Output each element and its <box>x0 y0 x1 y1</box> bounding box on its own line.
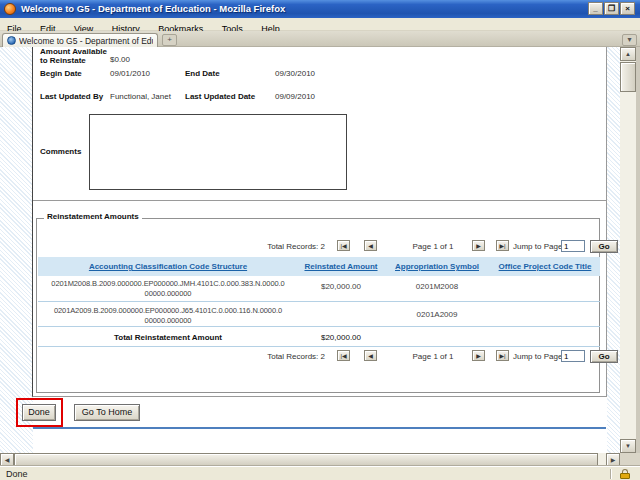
horizontal-scrollbar-thumb[interactable] <box>14 453 598 466</box>
firefox-icon <box>4 3 16 15</box>
go-button-top[interactable]: Go <box>590 240 618 253</box>
next-page-icon[interactable]: ▶ <box>472 240 485 251</box>
header-accs[interactable]: Accounting Classification Code Structure <box>38 257 298 276</box>
table-row-2-symbol: 0201A2009 <box>384 310 490 319</box>
page-margin-left <box>0 47 33 453</box>
header-office-project-code[interactable]: Office Project Code Title <box>490 257 600 276</box>
tab-title: Welcome to G5 - Department of Edu... <box>19 36 153 46</box>
total-records-top: Total Records: 2 <box>240 242 325 251</box>
header-appropriation-symbol[interactable]: Appropriation Symbol <box>384 257 490 276</box>
total-records-bottom: Total Records: 2 <box>240 352 325 361</box>
scroll-right-icon[interactable]: ▶ <box>606 453 620 466</box>
scroll-left-icon[interactable]: ◀ <box>0 453 14 466</box>
window-border-right <box>636 47 640 466</box>
row-separator <box>38 301 600 302</box>
status-bar: Done <box>0 466 640 480</box>
jump-to-page-label-bottom: Jump to Page <box>513 352 562 361</box>
vertical-scrollbar[interactable]: ▲ ▼ <box>620 47 636 453</box>
tab-welcome-g5[interactable]: Welcome to G5 - Department of Edu... <box>2 33 158 47</box>
go-button-bottom[interactable]: Go <box>590 350 618 363</box>
last-page-icon[interactable]: ▶| <box>496 240 509 251</box>
amount-available-label: Amount Available to Reinstate <box>40 47 112 65</box>
tab-favicon-icon <box>7 36 16 45</box>
page-indicator-top: Page 1 of 1 <box>405 242 461 251</box>
horizontal-scrollbar[interactable]: ◀ ▶ <box>0 453 620 466</box>
jump-to-page-input-bottom[interactable] <box>561 350 585 362</box>
list-all-tabs-icon[interactable]: ▾ <box>622 34 637 46</box>
new-tab-button[interactable]: + <box>162 34 177 46</box>
header-reinstated-amount[interactable]: Reinstated Amount <box>298 257 384 276</box>
menu-bar: File Edit View History Bookmarks Tools H… <box>0 18 640 31</box>
scroll-up-icon[interactable]: ▲ <box>620 47 636 61</box>
window-title: Welcome to G5 - Department of Education … <box>21 3 285 14</box>
prev-page-icon[interactable]: ◀ <box>364 350 377 361</box>
status-text: Done <box>6 469 28 479</box>
total-reinstatement-label: Total Reinstatement Amount <box>38 333 298 342</box>
status-separator <box>610 469 611 479</box>
jump-to-page-label-top: Jump to Page <box>513 242 562 251</box>
browser-window: Welcome to G5 - Department of Education … <box>0 0 640 480</box>
reinstatement-table: Accounting Classification Code Structure… <box>38 257 600 357</box>
last-page-icon[interactable]: ▶| <box>496 350 509 361</box>
title-bar: Welcome to G5 - Department of Education … <box>0 0 640 18</box>
table-row-1-accs: 0201M2008.B.2009.000000.EP000000.JMH.410… <box>39 279 297 299</box>
security-lock-icon[interactable] <box>620 469 630 479</box>
amount-available-value: $0.00 <box>110 55 130 64</box>
table-row-1-symbol: 0201M2008 <box>384 282 490 291</box>
total-reinstatement-value: $20,000.00 <box>298 333 384 342</box>
table-header-row: Accounting Classification Code Structure… <box>38 257 600 276</box>
maximize-button[interactable]: ❐ <box>604 2 619 15</box>
page-indicator-bottom: Page 1 of 1 <box>405 352 461 361</box>
begin-date-label: Begin Date <box>40 69 82 78</box>
scrollbar-corner <box>620 453 640 466</box>
table-row-2-accs: 0201A2009.B.2009.000000.EP000000.J65.410… <box>39 306 297 326</box>
last-updated-date-label: Last Updated Date <box>185 92 255 101</box>
vertical-scrollbar-thumb[interactable] <box>620 62 636 92</box>
end-date-label: End Date <box>185 69 220 78</box>
next-page-icon[interactable]: ▶ <box>472 350 485 361</box>
last-updated-date-value: 09/09/2010 <box>275 92 315 101</box>
comments-textarea[interactable] <box>89 114 347 190</box>
lock-body <box>620 473 630 479</box>
last-updated-by-value: Functional, Janet <box>110 92 171 101</box>
go-to-home-button[interactable]: Go To Home <box>74 404 140 421</box>
reinstatement-legend: Reinstatement Amounts <box>44 212 142 221</box>
first-page-icon[interactable]: |◀ <box>337 240 350 251</box>
end-date-value: 09/30/2010 <box>275 69 315 78</box>
footer-divider <box>33 427 606 429</box>
row-separator <box>38 346 600 347</box>
first-page-icon[interactable]: |◀ <box>337 350 350 361</box>
done-button[interactable]: Done <box>22 404 56 421</box>
page-viewport: Amount Available to Reinstate $0.00 Begi… <box>0 47 620 453</box>
comments-label: Comments <box>40 147 81 156</box>
begin-date-value: 09/01/2010 <box>110 69 150 78</box>
minimize-button[interactable]: _ <box>588 2 603 15</box>
last-updated-by-label: Last Updated By <box>40 92 103 101</box>
prev-page-icon[interactable]: ◀ <box>364 240 377 251</box>
jump-to-page-input-top[interactable] <box>561 240 585 252</box>
scroll-down-icon[interactable]: ▼ <box>620 439 636 453</box>
section-divider <box>33 200 606 201</box>
row-separator <box>38 326 600 327</box>
table-row-1-amount: $20,000.00 <box>298 282 384 291</box>
close-button[interactable]: × <box>620 2 635 15</box>
